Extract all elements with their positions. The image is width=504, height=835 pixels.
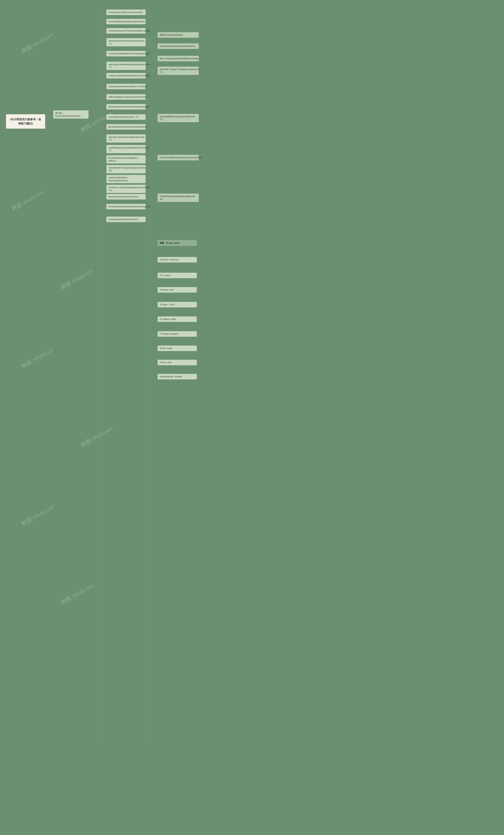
answer-a0: 答案：71.sort--short [158, 240, 197, 246]
node-n16: newmaterials.Drivingthroughspacewillno--… [106, 165, 146, 174]
node-n4: dirtyandlackofresources.Asortofexodus--7… [106, 38, 146, 46]
node-n9: willbeusedagain.previousspaceshipshave [106, 94, 146, 100]
answer-a1: 72.launch--launched [158, 257, 197, 263]
watermark: 树图 shutu.cn [79, 425, 114, 449]
node-n6: spacebuses.Wesawthefirstspacebuslaunchin… [106, 62, 146, 70]
node-n1: Somepeople,inallseriousness,saythat [106, 9, 146, 15]
node-r3: Mars.Thesespacestationswillbeservicedby [158, 56, 199, 61]
answer-a3: 74.crews--crew [158, 287, 197, 293]
answer-a7: 78.will--would [158, 345, 197, 351]
node-r2: Spaceshipswillbeassembledsothatthey [158, 43, 199, 49]
answer-a8: 79.from--into [158, 360, 197, 365]
watermark: 树图 shutu.cn [60, 267, 94, 291]
answer-a4: 75.Upon---Once [158, 302, 197, 307]
node-n12: generateitsownatmosphereandhaveitsown [106, 124, 146, 130]
node-r6: ThemoonandMarscouldbecomenewsourcesof [158, 155, 199, 160]
watermark: 树图 shutu.cn [20, 503, 55, 528]
node-n10: beenabandoned.onlythenoseconebeingused [106, 104, 146, 110]
watermark: 树图 shutu.cn [20, 31, 55, 55]
node-r7: Thatallsoundsquietfantasticallybut,with-… [158, 194, 199, 202]
node-n18: fromthesun.Thisenergywoldbeconvertedfrom… [106, 185, 146, 193]
node-n7: orbitsaroundtheearthandthenreturned,land… [106, 73, 146, 79]
answer-a2: 73.it--which [158, 272, 197, 278]
connector-lines [0, 0, 504, 835]
left-panel: 2013英语四六级备考：改错练习题(9) [6, 114, 45, 129]
node-n15: fromthecenterbycentrifugal(向心的)force. [106, 155, 146, 164]
answer-a5: 76.rotation--rotate [158, 316, 197, 322]
node-n21: knowsaboutwhatthefutureholds? [106, 217, 146, 222]
node-n14: anartificialgravity;peoplewillbeforcedin… [106, 145, 146, 153]
node-n5: revolvearoundtheearth.Somemayorbitaround [106, 51, 146, 57]
node-n2: humanswillbelivinginspacewithinthenext [106, 19, 146, 24]
node-n3: hundredorsoyears.PlanetEarthwillbecrowde… [106, 28, 146, 34]
center-node-label: 第九篇：ErrorCorrection(15minutes) [55, 112, 80, 117]
node-r4: April1981.Thiswas"Columbia",itmadesevera… [158, 66, 199, 75]
node-n19: electricitytoworkmagneticrockets. [106, 194, 146, 200]
node-n13: agriculture.itwillneedtorotationtoprovid… [106, 134, 146, 143]
node-n8: onahugedrylakebedinCalifornia."Columbia" [106, 84, 146, 89]
node-n11: tobringthecrewsbacktoearth.--74. [106, 114, 146, 120]
watermark: 树图 shutu.cn [11, 188, 45, 212]
node-r5: Uponestablished,eachspacestationwill--75… [158, 114, 199, 122]
answer-a9: 80.fantastically--fantastic [158, 374, 197, 380]
watermark: 树图 shutu.cn [20, 346, 55, 370]
watermark: 树图 shutu.cn [60, 582, 94, 606]
answer-a6: 77.inward--outwards [158, 331, 197, 337]
left-panel-title: 2013英语四六级备考：改错练习题(9) [10, 118, 41, 125]
center-node: 第九篇：ErrorCorrection(15minutes) [53, 110, 88, 119]
node-n20: therapiddevelopmentofmoderntechnology,wh… [106, 204, 146, 209]
node-n17: longerneedEarthfuel-theenergywouldcome [106, 175, 146, 183]
mind-map: 树图 shutu.cn 树图 shutu.cn 树图 shutu.cn 树图 s… [0, 0, 504, 835]
node-r1: (移民)ofmankindwillbegin. [158, 32, 199, 38]
